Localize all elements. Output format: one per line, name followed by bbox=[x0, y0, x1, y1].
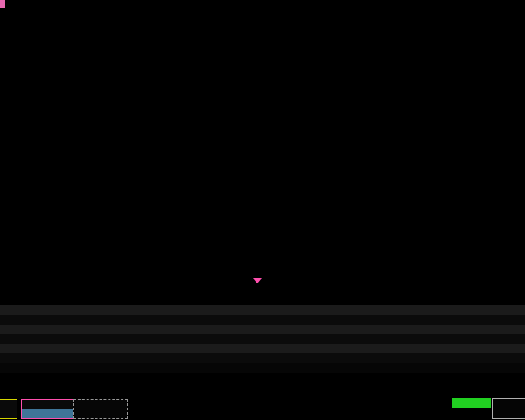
table-row-num bbox=[0, 354, 525, 363]
measurement-header-row bbox=[0, 296, 525, 305]
waveform-grid[interactable] bbox=[0, 0, 525, 278]
histicon-strip bbox=[0, 374, 525, 396]
table-row-max bbox=[0, 334, 525, 344]
descriptor-bar bbox=[0, 398, 525, 420]
timebase-descriptor[interactable] bbox=[492, 398, 525, 419]
add-trace-button[interactable] bbox=[74, 399, 128, 419]
trigger-position-marker[interactable] bbox=[253, 278, 262, 284]
c1-scale-value bbox=[0, 410, 17, 418]
measurement-table bbox=[0, 296, 525, 373]
table-row-sdev bbox=[0, 344, 525, 354]
table-row-status bbox=[0, 363, 525, 373]
histicon-graphics bbox=[0, 374, 525, 396]
waveform-display[interactable] bbox=[0, 0, 525, 278]
table-row-min bbox=[0, 325, 525, 334]
hd-mode-badge[interactable] bbox=[452, 398, 491, 408]
table-row-value bbox=[0, 305, 525, 315]
timebase-axis bbox=[0, 278, 525, 292]
channel-c1-descriptor[interactable] bbox=[0, 399, 18, 419]
table-row-mean bbox=[0, 315, 525, 325]
trace-annotation-badge bbox=[0, 0, 5, 8]
tbase-label bbox=[493, 399, 525, 409]
